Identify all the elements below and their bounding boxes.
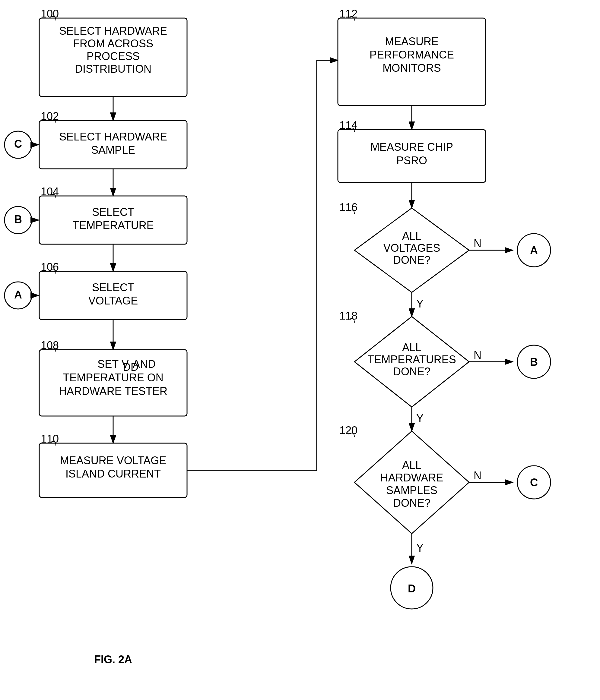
ref-112: 112 xyxy=(339,7,358,20)
svg-text:TEMPERATURES: TEMPERATURES xyxy=(367,353,456,366)
svg-text:PERFORMANCE: PERFORMANCE xyxy=(369,49,454,61)
label-116-Y: Y xyxy=(416,298,424,310)
svg-text:DONE?: DONE? xyxy=(393,366,430,378)
ref-100: 100 xyxy=(41,7,59,20)
label-120-Y: Y xyxy=(416,542,424,554)
svg-text:ALL: ALL xyxy=(402,230,422,242)
svg-text:HARDWARE TESTER: HARDWARE TESTER xyxy=(59,385,167,397)
label-118-N: N xyxy=(474,349,481,361)
ref-102: 102 xyxy=(41,110,59,122)
svg-text:A: A xyxy=(14,289,22,301)
ref-118: 118 xyxy=(339,309,358,322)
svg-text:MEASURE: MEASURE xyxy=(385,35,439,48)
svg-text:PROCESS: PROCESS xyxy=(87,50,140,62)
svg-text:VOLTAGES: VOLTAGES xyxy=(383,242,440,254)
diagram-container: SELECT HARDWARE FROM ACROSS PROCESS DIST… xyxy=(0,0,600,700)
svg-text:AND: AND xyxy=(133,358,155,370)
ref-120: 120 xyxy=(339,424,358,436)
svg-text:MONITORS: MONITORS xyxy=(383,62,441,74)
ref-104: 104 xyxy=(41,185,59,198)
svg-text:DISTRIBUTION: DISTRIBUTION xyxy=(75,63,151,75)
svg-text:FROM ACROSS: FROM ACROSS xyxy=(73,38,153,50)
label-120-N: N xyxy=(474,469,481,482)
svg-text:DONE?: DONE? xyxy=(393,254,430,266)
svg-text:B: B xyxy=(14,213,22,225)
svg-text:SAMPLE: SAMPLE xyxy=(91,144,135,156)
svg-text:DONE?: DONE? xyxy=(393,497,430,509)
svg-text:HARDWARE: HARDWARE xyxy=(380,472,443,484)
ref-106: 106 xyxy=(41,261,59,273)
svg-text:TEMPERATURE ON: TEMPERATURE ON xyxy=(63,371,163,384)
node-100-label: SELECT HARDWARE xyxy=(59,25,167,37)
svg-text:SELECT HARDWARE: SELECT HARDWARE xyxy=(59,130,167,143)
label-118-Y: Y xyxy=(416,412,424,424)
svg-text:C: C xyxy=(14,138,22,150)
svg-text:C: C xyxy=(530,476,538,489)
svg-text:D: D xyxy=(408,582,416,595)
svg-text:SAMPLES: SAMPLES xyxy=(386,484,437,497)
svg-text:MEASURE CHIP: MEASURE CHIP xyxy=(370,141,453,153)
svg-text:PSRO: PSRO xyxy=(397,154,427,167)
fig-label: FIG. 2A xyxy=(94,653,132,666)
svg-text:VOLTAGE: VOLTAGE xyxy=(88,295,138,307)
svg-text:ISLAND CURRENT: ISLAND CURRENT xyxy=(66,468,161,480)
ref-110: 110 xyxy=(41,432,59,445)
label-116-N: N xyxy=(474,237,481,250)
svg-text:SELECT: SELECT xyxy=(92,281,134,294)
ref-116: 116 xyxy=(339,201,358,214)
svg-text:ALL: ALL xyxy=(402,459,422,471)
svg-text:SELECT: SELECT xyxy=(92,206,134,218)
svg-text:ALL: ALL xyxy=(402,341,422,354)
svg-text:B: B xyxy=(530,356,538,368)
svg-text:TEMPERATURE: TEMPERATURE xyxy=(72,219,153,231)
ref-114: 114 xyxy=(339,119,358,131)
svg-text:MEASURE VOLTAGE: MEASURE VOLTAGE xyxy=(60,454,167,467)
ref-108: 108 xyxy=(41,339,59,351)
svg-text:A: A xyxy=(530,244,538,256)
